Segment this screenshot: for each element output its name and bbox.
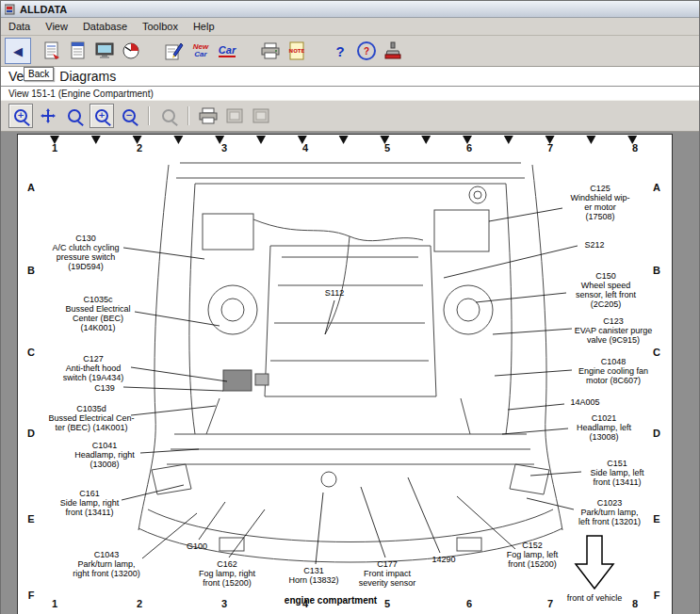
zoom-out-icon: − (122, 109, 136, 122)
copy-page-button[interactable] (223, 105, 246, 127)
grid-column-bottom-1: 1 (52, 598, 57, 609)
compose-icon (165, 41, 184, 60)
quote-document-button[interactable] (40, 39, 64, 63)
note-button[interactable]: NOTE (285, 39, 309, 63)
menu-item-toolbox[interactable]: Toolbox (135, 20, 186, 33)
section-label: Ve (8, 69, 24, 84)
copy-page-icon (226, 108, 243, 123)
grid-column-top-8: 8 (632, 142, 638, 154)
grid-row-left-B: B (27, 265, 35, 276)
back-tooltip: Back (24, 67, 54, 81)
gauge-icon (122, 41, 140, 60)
zoom-toolbar: + + − (1, 100, 699, 132)
callout-c127: C127Anti-theft hoodswitch (19A434) (63, 354, 124, 382)
callout-c1035c: C1035cBussed ElectricalCenter (BEC)(14K0… (65, 295, 130, 332)
zoom-extents-icon (162, 109, 175, 122)
report-icon (70, 41, 87, 60)
print-button[interactable] (258, 39, 283, 63)
svg-text:NOTE: NOTE (289, 48, 305, 54)
view-label: View 151-1 (Engine Compartment) (8, 89, 154, 99)
menubar: DataViewDatabaseToolboxHelp (1, 18, 699, 36)
view-row: View 151-1 (Engine Compartment) (1, 87, 699, 100)
callout-c131: C131Horn (13832) (288, 566, 338, 585)
app-window: ALLDATA DataViewDatabaseToolboxHelp ◀ (0, 0, 700, 614)
quote-document-icon (43, 41, 60, 60)
page-title: Diagrams (59, 69, 116, 84)
car-icon: Car (219, 45, 236, 57)
search-help-icon: ? (357, 41, 376, 60)
zoom-out-button[interactable]: − (118, 105, 140, 127)
search-help-button[interactable]: ? (354, 39, 379, 63)
title-bar[interactable]: ALLDATA (1, 1, 699, 18)
grid-row-left-A: A (27, 182, 35, 193)
callout-c125: C125Windshield wip-er motor(17508) (570, 184, 629, 221)
print-diagram-button[interactable] (197, 105, 220, 127)
menu-item-view[interactable]: View (38, 20, 75, 33)
callout-g100: G100 (187, 541, 207, 551)
help-button[interactable]: ? (328, 39, 352, 63)
callout-c1048: C1048Engine cooling fanmotor (8C607) (578, 357, 648, 385)
printer-icon (199, 107, 218, 124)
toolbar-separator (187, 106, 189, 125)
car-button[interactable]: Car (215, 39, 239, 63)
app-icon (5, 4, 16, 15)
zoom-window-icon: + (14, 109, 27, 122)
callout-c162: C162Fog lamp, rightfront (15200) (199, 559, 255, 588)
zoom-in-icon: + (95, 109, 108, 122)
callout-14a005: 14A005 (570, 397, 599, 407)
diagram-caption: engine compartment (285, 595, 377, 606)
menu-item-database[interactable]: Database (75, 20, 135, 33)
callout-c1043: C1043Park/turn lamp,right front (13200) (73, 550, 140, 578)
callout-c1021: C1021Headlamp, left(13008) (577, 413, 631, 442)
report-button[interactable] (66, 39, 90, 63)
header-row: Ve Diagrams (1, 67, 699, 87)
zoom-select-icon (68, 109, 81, 122)
new-car-button[interactable]: New Car (188, 39, 213, 63)
main-toolbar: ◀ (1, 36, 699, 67)
menu-item-data[interactable]: Data (1, 20, 38, 33)
grid-column-top-4: 4 (302, 142, 308, 154)
export-page-icon (252, 108, 269, 123)
grid-row-left-C: C (27, 347, 35, 358)
monitor-icon (95, 42, 114, 59)
zoom-select-button[interactable] (63, 105, 86, 127)
grid-column-bottom-3: 3 (221, 598, 227, 609)
diagram-canvas[interactable]: 1122334455667788AABBCCDDEEFF C130A/C clu… (18, 135, 672, 614)
menu-item-help[interactable]: Help (186, 20, 222, 33)
pass-fail-stamp-icon (383, 41, 402, 60)
back-button[interactable]: ◀ (5, 38, 31, 64)
grid-column-top-1: 1 (52, 142, 57, 154)
callout-c161: C161Side lamp, rightfront (13411) (60, 489, 120, 517)
note-icon: NOTE (288, 41, 305, 60)
callout-c152: C152Fog lamp, leftfront (15200) (507, 541, 559, 569)
grid-column-bottom-5: 5 (384, 598, 390, 609)
zoom-in-button[interactable]: + (90, 104, 114, 128)
front-of-vehicle-label: front of vehicle (567, 593, 623, 603)
grid-row-right-D: D (653, 428, 660, 439)
callout-c151: C151Side lamp, leftfront (13411) (590, 459, 643, 487)
callout-c1035d: C1035dBussed Electrical Cen-ter (BEC) (1… (48, 404, 134, 432)
back-arrow-icon: ◀ (13, 45, 23, 57)
toolbar-separator (148, 106, 150, 125)
grid-column-top-2: 2 (137, 142, 142, 154)
stamp-button[interactable] (381, 39, 405, 63)
grid-column-bottom-6: 6 (466, 598, 472, 609)
monitor-button[interactable] (92, 39, 117, 63)
compose-button[interactable] (162, 39, 187, 63)
export-page-button[interactable] (250, 105, 272, 127)
callout-c177: C177Front impactseverity sensor (359, 559, 416, 588)
grid-row-right-A: A (653, 182, 660, 193)
callout-14290: 14290 (431, 555, 455, 564)
grid-column-top-5: 5 (384, 142, 390, 154)
callout-c1041: C1041Headlamp, right(13008) (74, 441, 135, 469)
pan-button[interactable] (37, 105, 59, 127)
grid-row-left-E: E (27, 513, 34, 525)
grid-row-right-E: E (653, 513, 659, 525)
gauge-button[interactable] (119, 39, 143, 63)
grid-row-right-F: F (654, 590, 660, 601)
zoom-window-button[interactable]: + (8, 104, 33, 128)
grid-column-top-7: 7 (547, 142, 553, 154)
callout-c150: C150Wheel speedsensor, left front(2C205) (576, 271, 636, 309)
grid-row-right-C: C (653, 347, 660, 358)
zoom-extents-button[interactable] (157, 105, 180, 127)
